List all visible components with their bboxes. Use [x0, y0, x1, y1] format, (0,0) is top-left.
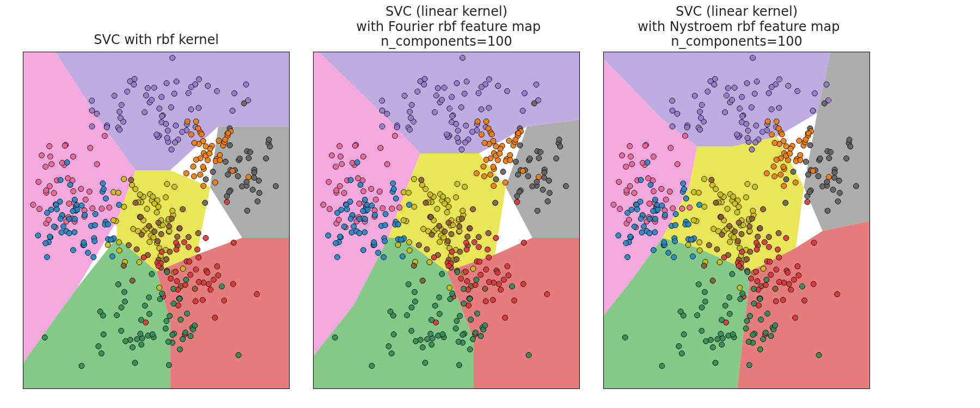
point-blue	[625, 255, 630, 260]
point-orange	[516, 131, 521, 136]
point-red	[796, 273, 801, 278]
point-pink	[360, 154, 366, 159]
point-purple	[186, 90, 191, 96]
point-blue	[72, 230, 77, 235]
point-green	[182, 330, 188, 336]
point-pink	[46, 217, 51, 222]
point-gray	[835, 199, 841, 204]
point-green	[119, 305, 124, 310]
point-brown	[175, 234, 180, 239]
point-green	[703, 338, 709, 344]
point-red	[174, 247, 179, 252]
point-green	[219, 283, 224, 289]
point-brown	[437, 224, 442, 229]
point-yellow	[172, 184, 177, 189]
point-pink	[51, 190, 57, 196]
point-brown	[766, 234, 771, 240]
point-blue	[689, 237, 694, 243]
point-brown	[169, 216, 174, 221]
point-yellow	[105, 242, 111, 248]
point-gray	[836, 178, 842, 183]
point-orange	[193, 119, 199, 124]
point-blue	[45, 210, 50, 215]
point-blue	[625, 210, 630, 215]
point-blue	[360, 208, 366, 214]
point-green	[746, 339, 751, 344]
point-purple	[722, 109, 728, 115]
point-purple	[753, 140, 758, 145]
point-purple	[458, 104, 464, 110]
point-pink	[329, 153, 335, 158]
point-green	[475, 311, 480, 316]
point-blue	[666, 250, 671, 256]
point-red	[212, 315, 218, 320]
point-gray	[547, 190, 552, 196]
point-red	[156, 263, 161, 269]
point-purple	[732, 85, 737, 90]
point-green	[167, 313, 173, 319]
point-green	[695, 313, 700, 318]
point-gray	[266, 137, 272, 143]
point-pink	[356, 176, 361, 181]
point-blue	[383, 222, 388, 228]
point-blue	[93, 222, 98, 228]
point-blue	[382, 238, 388, 244]
point-blue	[349, 230, 354, 235]
point-yellow	[180, 266, 186, 271]
point-purple	[479, 107, 484, 112]
point-gray	[546, 178, 552, 183]
point-blue	[72, 197, 77, 202]
point-gray	[825, 208, 830, 213]
point-purple	[442, 85, 447, 90]
point-brown	[709, 177, 714, 183]
point-yellow	[131, 226, 136, 232]
point-gray	[545, 199, 550, 204]
point-brown	[139, 232, 144, 237]
point-green	[738, 296, 743, 302]
point-blue	[661, 240, 667, 245]
point-orange	[771, 164, 776, 169]
point-pink	[682, 133, 688, 139]
point-gray	[250, 187, 255, 193]
point-gray	[854, 183, 859, 189]
point-green	[142, 303, 148, 308]
point-brown	[719, 232, 725, 237]
point-purple	[94, 111, 100, 116]
point-purple	[699, 102, 705, 108]
point-brown	[486, 231, 491, 236]
point-yellow	[696, 190, 701, 195]
point-green	[679, 351, 684, 356]
point-yellow	[427, 259, 432, 265]
point-gray	[791, 169, 796, 175]
point-brown	[167, 249, 173, 255]
point-pink	[337, 183, 342, 189]
point-blue	[651, 208, 656, 214]
point-pink	[627, 183, 633, 189]
point-orange	[188, 132, 194, 137]
point-purple	[145, 85, 150, 91]
point-gray	[273, 183, 279, 189]
point-blue	[117, 202, 122, 208]
point-blue	[372, 212, 378, 218]
point-brown	[454, 257, 460, 262]
point-yellow	[407, 239, 412, 245]
point-blue	[335, 210, 340, 215]
point-brown	[419, 177, 424, 183]
point-red	[544, 292, 550, 297]
point-orange	[772, 140, 777, 146]
point-green	[453, 326, 458, 331]
point-orange	[207, 151, 212, 156]
point-yellow	[697, 239, 702, 245]
point-purple	[89, 123, 95, 129]
subplot-title-1: SVC with rbf kernel	[23, 33, 290, 48]
point-orange	[783, 144, 789, 149]
point-red	[835, 292, 840, 297]
point-green	[468, 317, 474, 323]
point-yellow	[117, 239, 122, 245]
point-pink	[43, 164, 48, 169]
point-purple	[205, 83, 211, 89]
point-red	[182, 282, 188, 288]
point-blue	[371, 240, 377, 245]
point-green	[750, 332, 756, 337]
point-orange	[798, 152, 803, 158]
